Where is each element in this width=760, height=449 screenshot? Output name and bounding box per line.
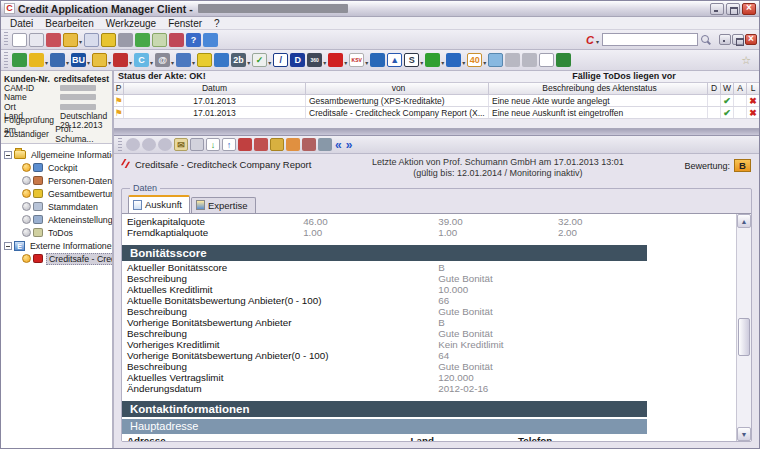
redswoosh-provider-icon[interactable] bbox=[328, 53, 343, 67]
person-green-provider-icon[interactable] bbox=[556, 53, 571, 67]
triangle-yellow-provider-icon[interactable] bbox=[197, 53, 212, 67]
schufa-provider-icon[interactable]: S bbox=[404, 53, 419, 67]
folder-open-icon[interactable] bbox=[63, 33, 78, 47]
page-white-provider-icon[interactable] bbox=[539, 53, 554, 67]
ampel-provider-icon[interactable] bbox=[12, 53, 27, 67]
import-file-icon[interactable]: ↑ bbox=[222, 138, 236, 151]
check-provider-icon[interactable]: ✓ bbox=[252, 53, 267, 67]
tab-auskunft[interactable]: Auskunft bbox=[128, 195, 190, 213]
star-provider-icon[interactable] bbox=[29, 53, 44, 67]
tree-root-externe-informationen[interactable]: EExterne Informationen bbox=[4, 239, 112, 252]
paw-gray-2-provider-icon[interactable] bbox=[522, 53, 537, 67]
tree-item-akteneinstellungen[interactable]: Akteneinstellungen bbox=[4, 213, 112, 226]
tree-item-creditsafe-creditcheck[interactable]: Creditsafe - Creditcheck bbox=[4, 252, 112, 265]
ksv-provider-dropdown-arrow[interactable]: ▾ bbox=[365, 59, 368, 66]
deutsche-bank-provider-icon[interactable]: / bbox=[273, 53, 288, 67]
buergel-provider-icon[interactable]: BU bbox=[71, 53, 86, 67]
search-scope-dropdown-arrow[interactable]: ▾ bbox=[596, 38, 599, 45]
status-delete-icon[interactable]: ✖ bbox=[747, 107, 759, 118]
camera-icon[interactable] bbox=[118, 33, 133, 47]
status-delete-icon[interactable]: ✖ bbox=[747, 95, 759, 106]
at-provider-dropdown-arrow[interactable]: ▾ bbox=[171, 59, 174, 66]
triangle-blue-provider-icon[interactable]: ▲ bbox=[387, 53, 402, 67]
title-bar[interactable]: C Credit Application Manager Client - bbox=[1, 1, 759, 17]
todo-person-icon[interactable] bbox=[286, 138, 300, 151]
person-red-icon[interactable] bbox=[169, 33, 184, 47]
tree-collapse-icon[interactable] bbox=[4, 151, 12, 159]
export-file-icon[interactable]: ↓ bbox=[206, 138, 220, 151]
nav-back-disabled-icon[interactable] bbox=[126, 138, 140, 151]
tree-root-allgemeine-informationen[interactable]: Allgemeine Informationen bbox=[4, 148, 112, 161]
tab-expertise[interactable]: Expertise bbox=[191, 197, 256, 213]
scrollbar-track[interactable] bbox=[737, 228, 751, 427]
status-table-header[interactable]: PDatumvonBeschreibung des AktenstatusDWA… bbox=[114, 83, 759, 95]
mail-photo-icon[interactable] bbox=[152, 33, 167, 47]
clock-provider-icon[interactable] bbox=[50, 53, 65, 67]
search-input[interactable] bbox=[602, 33, 698, 46]
search-icon[interactable] bbox=[700, 34, 711, 45]
chart-green-icon[interactable] bbox=[135, 33, 150, 47]
paw-gray-1-provider-icon[interactable] bbox=[505, 53, 520, 67]
star-provider-dropdown-arrow[interactable]: ▾ bbox=[45, 59, 48, 66]
help-icon[interactable]: ? bbox=[186, 33, 201, 47]
4c-provider-dropdown-arrow[interactable]: ▾ bbox=[483, 59, 486, 66]
new-document-icon[interactable] bbox=[12, 33, 27, 47]
nav-stop-disabled-icon[interactable] bbox=[142, 138, 156, 151]
mdi-minimize-button[interactable] bbox=[719, 34, 731, 45]
status-col-p[interactable]: P bbox=[114, 83, 124, 94]
mail-open-icon[interactable] bbox=[84, 33, 99, 47]
phone-blue-provider-icon[interactable] bbox=[446, 53, 461, 67]
status-col-datum[interactable]: Datum bbox=[124, 83, 306, 94]
phone-blue-provider-dropdown-arrow[interactable]: ▾ bbox=[462, 59, 465, 66]
coins-icon[interactable] bbox=[101, 33, 116, 47]
mdi-splitter[interactable] bbox=[114, 129, 759, 136]
mdi-restore-button[interactable] bbox=[732, 34, 744, 45]
status-table-row[interactable]: ⚑17.01.2013Gesamtbewertung (XPS-Kreditak… bbox=[114, 95, 759, 107]
nav-forward-disabled-icon[interactable] bbox=[158, 138, 172, 151]
search-icon[interactable] bbox=[29, 33, 44, 47]
menu-item-fenster[interactable]: Fenster bbox=[163, 18, 207, 29]
tree-item-personen-daten[interactable]: Personen-Daten bbox=[4, 174, 112, 187]
buergel-provider-dropdown-arrow[interactable]: ▾ bbox=[87, 59, 90, 66]
status-col-w[interactable]: W bbox=[721, 83, 734, 94]
4c-provider-icon[interactable]: 40 bbox=[467, 53, 482, 67]
scroll-up-icon[interactable]: ▲ bbox=[737, 214, 751, 228]
mdi-close-button[interactable] bbox=[745, 34, 757, 45]
print-report-icon[interactable] bbox=[190, 138, 204, 151]
360-provider-icon[interactable]: 360 bbox=[307, 53, 322, 67]
menu-item-?[interactable]: ? bbox=[209, 18, 225, 29]
phone-search-icon[interactable] bbox=[46, 33, 61, 47]
at-provider-icon[interactable]: @ bbox=[155, 53, 170, 67]
bluesearch-provider-dropdown-arrow[interactable]: ▾ bbox=[192, 59, 195, 66]
scrollbar-thumb[interactable] bbox=[738, 318, 750, 356]
menu-item-bearbeiten[interactable]: Bearbeiten bbox=[40, 18, 98, 29]
globe2-provider-icon[interactable] bbox=[370, 53, 385, 67]
status-col-d[interactable]: D bbox=[708, 83, 721, 94]
previous-report-icon[interactable]: « bbox=[335, 139, 342, 151]
tree-item-cockpit[interactable]: Cockpit bbox=[4, 161, 112, 174]
todo-edit-icon[interactable] bbox=[254, 138, 268, 151]
tree-item-stammdaten[interactable]: Stammdaten bbox=[4, 200, 112, 213]
green-circle-provider-icon[interactable] bbox=[425, 53, 440, 67]
menu-item-werkzeuge[interactable]: Werkzeuge bbox=[101, 18, 161, 29]
tree-item-gesamtbewertung[interactable]: Gesamtbewertung bbox=[4, 187, 112, 200]
vertical-scrollbar[interactable]: ▲ ▼ bbox=[736, 214, 751, 441]
bluesearch-provider-icon[interactable] bbox=[176, 53, 191, 67]
check-provider-dropdown-arrow[interactable]: ▾ bbox=[268, 59, 271, 66]
schufa-provider-dropdown-arrow[interactable]: ▾ bbox=[420, 59, 423, 66]
next-report-icon[interactable]: » bbox=[346, 139, 353, 151]
todo-delete-icon[interactable] bbox=[302, 138, 316, 151]
close-button[interactable] bbox=[742, 3, 756, 15]
globe-provider-icon[interactable] bbox=[214, 53, 229, 67]
refresh-icon[interactable] bbox=[203, 33, 218, 47]
stripes-provider-icon[interactable] bbox=[113, 53, 128, 67]
folder-open-dropdown-arrow[interactable]: ▾ bbox=[79, 38, 82, 45]
scroll-down-icon[interactable]: ▼ bbox=[737, 427, 751, 441]
dnb-provider-icon[interactable]: D bbox=[290, 53, 305, 67]
360-provider-dropdown-arrow[interactable]: ▾ bbox=[323, 59, 326, 66]
folder-provider-dropdown-arrow[interactable]: ▾ bbox=[108, 59, 111, 66]
book-blue-provider-icon[interactable] bbox=[488, 53, 503, 67]
minimize-button[interactable] bbox=[710, 3, 724, 15]
clock-provider-dropdown-arrow[interactable]: ▾ bbox=[66, 59, 69, 66]
tree-collapse-icon[interactable] bbox=[4, 242, 12, 250]
